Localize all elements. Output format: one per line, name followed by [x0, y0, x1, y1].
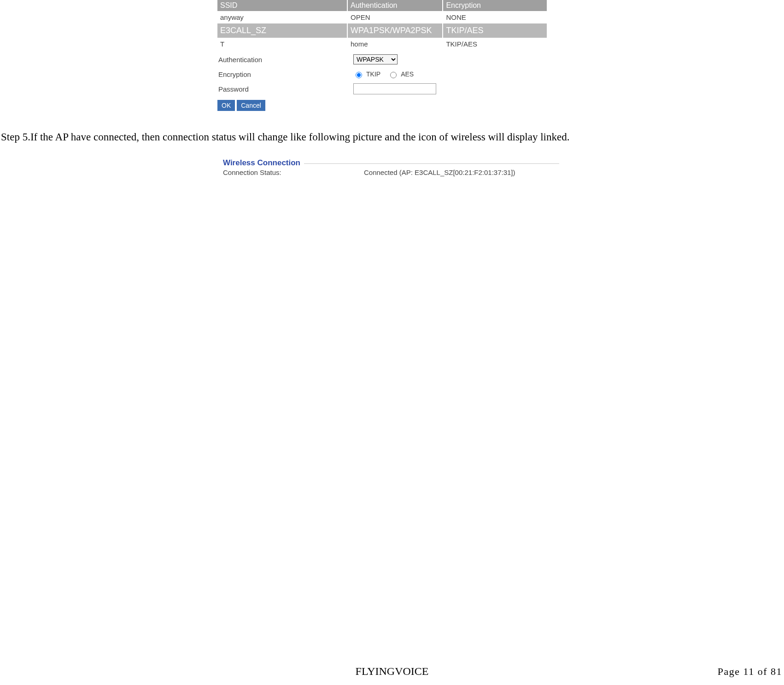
password-label: Password: [217, 85, 353, 93]
ok-button[interactable]: OK: [217, 100, 235, 111]
cell-ssid: anyway: [217, 11, 347, 23]
cancel-button[interactable]: Cancel: [237, 100, 265, 111]
cell-ssid: E3CALL_SZ: [217, 23, 347, 38]
connection-status-value: Connected (AP: E3CALL_SZ[00:21:F2:01:37:…: [364, 168, 515, 176]
password-input[interactable]: [353, 83, 436, 94]
cell-enc: TKIP/AES: [443, 23, 547, 38]
wireless-connection-status: Wireless Connection Connection Status: C…: [223, 158, 559, 176]
encryption-label: Encryption: [217, 70, 353, 78]
cell-auth: WPA1PSK/WPA2PSK: [347, 23, 443, 38]
encryption-radio-aes-label: AES: [401, 70, 414, 78]
page-footer: FLYINGVOICE Page 11 of 81: [0, 663, 784, 685]
ap-config-panel: SSID Authentication Encryption anyway OP…: [217, 0, 549, 111]
form-button-row: OK Cancel: [217, 100, 547, 111]
table-header-row: SSID Authentication Encryption: [217, 0, 547, 11]
step5-paragraph: Step 5.If the AP have connected, then co…: [0, 130, 784, 144]
authentication-row: Authentication WPAPSK: [217, 52, 547, 67]
col-header-auth: Authentication: [347, 0, 443, 11]
footer-brand: FLYINGVOICE: [356, 665, 429, 678]
cell-auth: OPEN: [347, 11, 443, 23]
ap-list-table: SSID Authentication Encryption anyway OP…: [217, 0, 547, 50]
footer-page: Page 11 of 81: [718, 666, 782, 678]
cell-ssid: T: [217, 38, 347, 50]
col-header-ssid: SSID: [217, 0, 347, 11]
cell-enc: NONE: [443, 11, 547, 23]
authentication-select[interactable]: WPAPSK: [353, 54, 398, 64]
encryption-radio-tkip-label: TKIP: [366, 70, 380, 78]
col-header-enc: Encryption: [443, 0, 547, 11]
table-row[interactable]: E3CALL_SZ WPA1PSK/WPA2PSK TKIP/AES: [217, 23, 547, 38]
ap-settings-form: Authentication WPAPSK Encryption TKIP AE…: [217, 52, 547, 111]
encryption-radio-aes[interactable]: [390, 72, 397, 78]
table-row[interactable]: anyway OPEN NONE: [217, 11, 547, 23]
password-row: Password: [217, 81, 547, 96]
encryption-radio-tkip[interactable]: [356, 72, 362, 78]
fieldset-rule-icon: [304, 163, 559, 164]
wireless-connection-legend: Wireless Connection: [223, 158, 300, 168]
cell-auth: home: [347, 38, 443, 50]
table-row[interactable]: T home TKIP/AES: [217, 38, 547, 50]
connection-status-label: Connection Status:: [223, 168, 364, 176]
cell-enc: TKIP/AES: [443, 38, 547, 50]
encryption-row: Encryption TKIP AES: [217, 67, 547, 81]
authentication-label: Authentication: [217, 56, 353, 64]
